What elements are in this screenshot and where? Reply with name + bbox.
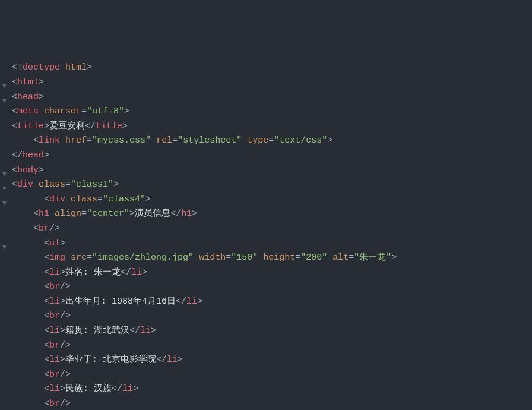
token-tag: br bbox=[49, 340, 60, 351]
token-punct: > bbox=[145, 194, 151, 204]
code-editor[interactable]: <!doctype html>▼<html>▼<head><meta chars… bbox=[0, 61, 532, 410]
token-eq: = bbox=[172, 135, 178, 146]
code-line[interactable]: <h1 align="center">演员信息</h1> bbox=[0, 207, 532, 222]
token-punct: < bbox=[44, 282, 49, 292]
token-punct: > bbox=[60, 267, 65, 277]
token-tag: div bbox=[17, 179, 33, 190]
token-attr: charset bbox=[44, 106, 81, 116]
token-attr: alt bbox=[332, 253, 349, 263]
token-tag: li bbox=[167, 355, 178, 365]
token-punct: </ bbox=[121, 267, 131, 277]
token-punct: /> bbox=[60, 340, 71, 351]
code-line[interactable]: <!doctype html> bbox=[0, 61, 532, 75]
token-string: "200" bbox=[300, 253, 327, 263]
token-attr: align bbox=[55, 209, 81, 219]
token-punct: > bbox=[60, 297, 65, 307]
token-punct: > bbox=[113, 179, 119, 190]
token-punct: > bbox=[151, 326, 156, 336]
token-eq: = bbox=[97, 194, 103, 204]
code-line[interactable]: <li>出生年月: 1988年4月16日</li> bbox=[0, 295, 532, 310]
code-line[interactable]: <br/> bbox=[0, 222, 532, 236]
token-punct: < bbox=[12, 179, 17, 190]
token-punct: < bbox=[33, 223, 39, 234]
code-line[interactable]: ▼<body> bbox=[0, 163, 532, 178]
token-tag: div bbox=[49, 194, 65, 204]
code-line[interactable]: <img src="images/zhlong.jpg" width="150"… bbox=[0, 251, 532, 266]
token-punct: < bbox=[44, 384, 49, 394]
token-attr: href bbox=[65, 135, 87, 146]
token-eq: = bbox=[268, 135, 274, 146]
code-line[interactable]: <br/> bbox=[0, 368, 532, 383]
token-tag: title bbox=[17, 121, 44, 131]
code-line[interactable]: <link href="mycss.css" rel="stylesheet" … bbox=[0, 134, 532, 149]
code-line[interactable]: ▼ <ul> bbox=[0, 236, 532, 251]
token-punct: > bbox=[44, 121, 49, 131]
code-line[interactable]: ▼<html> bbox=[0, 75, 532, 90]
token-punct: < bbox=[44, 399, 49, 409]
token-eq: = bbox=[87, 253, 92, 263]
token-punct: > bbox=[44, 150, 49, 160]
token-tag: head bbox=[23, 150, 44, 160]
token-punct: /> bbox=[60, 399, 71, 409]
token-tag: br bbox=[39, 223, 49, 234]
token-punct: > bbox=[60, 238, 65, 248]
token-punct: < bbox=[44, 326, 49, 336]
code-line[interactable]: <br/> bbox=[0, 309, 532, 324]
token-punct: > bbox=[39, 165, 44, 175]
token-punct: > bbox=[192, 209, 197, 219]
code-line[interactable]: <li>籍贯: 湖北武汉</li> bbox=[0, 324, 532, 339]
token-tag: br bbox=[49, 311, 60, 321]
token-punct bbox=[258, 253, 263, 263]
code-line[interactable]: <br/> bbox=[0, 397, 532, 410]
code-line[interactable]: ▼<div class="class1"> bbox=[0, 178, 532, 193]
token-punct: </ bbox=[85, 121, 96, 131]
token-punct: </ bbox=[156, 355, 167, 365]
token-punct: </ bbox=[176, 297, 186, 307]
token-tag: link bbox=[39, 135, 60, 146]
token-eq: = bbox=[226, 253, 231, 263]
token-punct: < bbox=[12, 77, 17, 87]
token-punct: < bbox=[33, 135, 39, 146]
token-punct: < bbox=[44, 297, 49, 307]
code-line[interactable]: <li>姓名: 朱一龙</li> bbox=[0, 266, 532, 280]
token-attr: type bbox=[247, 135, 268, 146]
token-text: 出生年月: 1988年4月16日 bbox=[65, 297, 176, 307]
token-eq: = bbox=[295, 253, 300, 263]
token-tag: br bbox=[49, 282, 60, 292]
token-punct: < bbox=[44, 340, 49, 351]
code-line[interactable]: <li>毕业于: 北京电影学院</li> bbox=[0, 353, 532, 368]
code-line[interactable]: ▼ <div class="class4"> bbox=[0, 193, 532, 207]
code-line[interactable]: <li>民族: 汉族</li> bbox=[0, 382, 532, 397]
code-line[interactable]: <title>爱豆安利</title> bbox=[0, 119, 532, 134]
token-punct: < bbox=[44, 267, 49, 277]
token-punct: < bbox=[44, 370, 49, 380]
token-string: "mycss.css" bbox=[92, 135, 151, 146]
code-line[interactable]: <br/> bbox=[0, 339, 532, 354]
token-tag: li bbox=[122, 384, 133, 394]
token-punct: /> bbox=[49, 223, 60, 234]
token-punct: < bbox=[44, 253, 49, 263]
token-attr: rel bbox=[156, 135, 172, 146]
token-punct: > bbox=[39, 77, 44, 87]
token-text: 姓名: 朱一龙 bbox=[65, 267, 121, 277]
token-tag: title bbox=[96, 121, 122, 131]
token-punct: </ bbox=[170, 209, 181, 219]
code-line[interactable]: </head> bbox=[0, 149, 532, 163]
token-punct bbox=[65, 253, 71, 263]
code-line[interactable]: <br/> bbox=[0, 280, 532, 295]
token-punct: > bbox=[129, 209, 135, 219]
token-string: "images/zhlong.jpg" bbox=[92, 253, 194, 263]
token-punct bbox=[49, 209, 55, 219]
token-tag: li bbox=[49, 297, 60, 307]
code-line[interactable]: <meta charset="utf-8"> bbox=[0, 105, 532, 119]
code-line[interactable]: ▼<head> bbox=[0, 90, 532, 105]
token-text: 毕业于: 北京电影学院 bbox=[65, 355, 156, 365]
token-tag: li bbox=[49, 384, 60, 394]
token-tag: li bbox=[186, 297, 197, 307]
token-punct: </ bbox=[129, 326, 140, 336]
token-punct: > bbox=[39, 92, 44, 102]
token-attr: class bbox=[39, 179, 65, 190]
token-punct: < bbox=[44, 311, 49, 321]
token-tag: br bbox=[49, 370, 60, 380]
token-text: 爱豆安利 bbox=[49, 121, 85, 131]
